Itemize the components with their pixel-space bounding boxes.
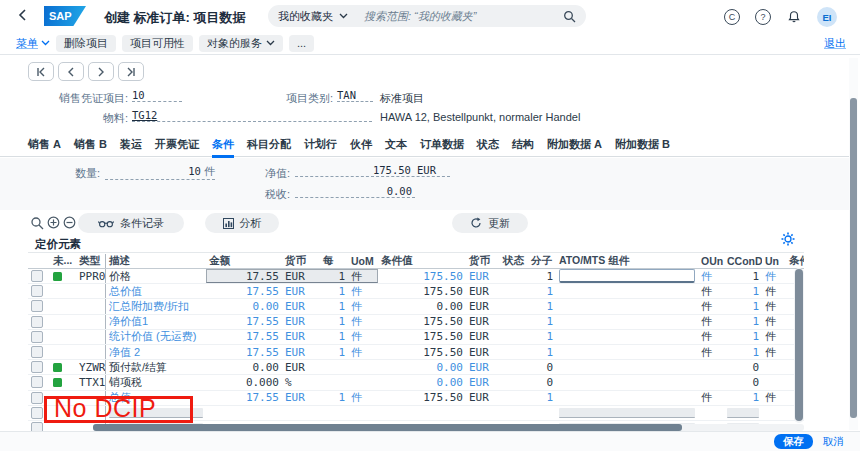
empty-cell-input[interactable] [727,408,759,418]
cell-numer[interactable]: 1 [528,269,556,283]
cell-cconde[interactable] [724,406,762,420]
cell-cval[interactable]: 0.00 [378,360,466,374]
notifications-bell-icon[interactable] [786,9,802,25]
tab-13[interactable]: 附加数据 B [615,133,670,155]
back-icon[interactable] [16,8,30,22]
sales-doc-item-field[interactable]: 10 [132,89,182,102]
cell-ato[interactable] [556,284,698,298]
cell-cconde[interactable]: 1 [724,299,762,313]
last-item-button[interactable] [118,62,144,81]
cell-ato[interactable] [556,345,698,359]
cell-cval[interactable]: 175.50 [378,315,466,329]
cell-desc[interactable]: 净值 2 [106,345,206,359]
column-header-un[interactable]: Un [762,255,786,267]
cell-cval[interactable]: 0.00 [378,299,466,313]
table-horizontal-scrollbar-thumb[interactable] [93,424,682,431]
row-checkbox[interactable] [31,331,43,343]
column-header-per[interactable]: 每 [320,254,348,268]
tab-12[interactable]: 附加数据 A [547,133,602,155]
tab-0[interactable]: 销售 A [28,133,61,155]
column-header-desc[interactable]: 描述 [106,254,206,268]
cell-amount[interactable]: 0.00 [206,299,282,313]
cell-cconde[interactable]: 1 [724,345,762,359]
cell-numer[interactable] [528,406,556,420]
column-header-inact[interactable]: 未... [50,254,76,268]
cell-ato[interactable] [556,375,698,389]
help-icon[interactable]: ? [755,9,771,25]
cell-numer[interactable]: 0 [528,375,556,389]
cell-desc[interactable]: 价格 [106,269,206,283]
expand-plus-icon[interactable] [47,216,60,229]
next-item-button[interactable] [88,62,114,81]
column-header-type[interactable]: 类型 [76,254,106,268]
cell-cconde[interactable]: 1 [724,284,762,298]
cell-cconde[interactable]: 1 [724,269,762,283]
tab-7[interactable]: 伙伴 [350,133,372,155]
object-services-dropdown[interactable]: 对象的服务 [199,35,283,52]
tab-2[interactable]: 装运 [120,133,142,155]
tab-5[interactable]: 科目分配 [247,133,291,155]
cell-numer[interactable]: 1 [528,330,556,344]
condition-records-button[interactable]: 条件记录 [78,213,184,233]
cell-ato[interactable] [556,406,698,420]
cell-cval[interactable]: 175.50 [378,391,466,405]
tab-3[interactable]: 开票凭证 [155,133,199,155]
table-vertical-scrollbar[interactable] [794,268,804,423]
row-checkbox[interactable] [31,392,43,404]
cell-ato[interactable] [556,315,698,329]
cell-amount[interactable]: 17.55 [206,391,282,405]
item-category-field[interactable]: TAN [337,89,373,102]
column-header-amount[interactable]: 金额 [206,254,282,268]
cell-cval[interactable]: 175.50 [378,284,466,298]
tab-10[interactable]: 状态 [477,133,499,155]
collapse-minus-icon[interactable] [63,216,76,229]
cell-ato[interactable] [556,330,698,344]
tab-11[interactable]: 结构 [512,133,534,155]
table-vertical-scrollbar-thumb[interactable] [795,269,803,421]
cell-cconde[interactable]: 0 [724,360,762,374]
row-checkbox[interactable] [31,376,43,388]
column-header-cond[interactable]: 条件 [786,254,804,268]
cell-ato[interactable] [556,391,698,405]
search-bar[interactable]: 我的收藏夹 搜索范围: “我的收藏夹” [268,5,586,27]
column-header-curr[interactable]: 货币 [282,254,320,268]
more-actions-button[interactable]: ... [289,35,314,52]
first-item-button[interactable] [28,62,54,81]
cell-cval[interactable]: 175.50 [378,345,466,359]
cell-numer[interactable]: 1 [528,345,556,359]
cell-ato[interactable] [556,269,698,283]
cell-desc[interactable]: 预付款/结算 [106,360,206,374]
cell-ato[interactable] [556,360,698,374]
cell-desc[interactable]: 统计价值 (无运费) [106,330,206,344]
cell-numer[interactable]: 1 [528,391,556,405]
menu-dropdown[interactable]: 菜单 [16,36,50,51]
page-scrollbar-thumb[interactable] [850,98,857,418]
cell-cval[interactable]: 175.50 [378,269,466,283]
cell-numer[interactable]: 0 [528,360,556,374]
column-header-cval[interactable]: 条件值 [378,254,466,268]
tax-field[interactable]: 0.00 [295,185,415,198]
row-checkbox[interactable] [31,316,43,328]
row-checkbox[interactable] [31,300,43,312]
cell-amount[interactable] [206,406,282,420]
cell-desc[interactable]: 总价值 [106,284,206,298]
cell-amount[interactable]: 17.55 [206,345,282,359]
analysis-button[interactable]: 分析 [205,213,279,233]
ato-mts-input[interactable] [559,269,695,283]
cell-numer[interactable]: 1 [528,315,556,329]
search-icon[interactable] [563,10,576,23]
tab-4[interactable]: 条件 [212,133,234,158]
cell-amount[interactable]: 17.55 [206,330,282,344]
column-header-oun[interactable]: OUn [698,255,724,267]
empty-cell-input[interactable] [559,408,695,418]
avatar[interactable]: EI [817,7,837,27]
row-checkbox[interactable] [31,285,43,297]
cell-cconde[interactable]: 1 [724,315,762,329]
cell-cconde[interactable]: 0 [724,375,762,389]
column-header-uom[interactable]: UoM [348,255,378,267]
column-header-cconde[interactable]: CConDe [724,255,762,267]
delete-item-button[interactable]: 删除项目 [56,35,116,52]
row-checkbox[interactable] [31,346,43,358]
tab-8[interactable]: 文本 [385,133,407,155]
table-horizontal-scrollbar[interactable] [93,424,804,431]
